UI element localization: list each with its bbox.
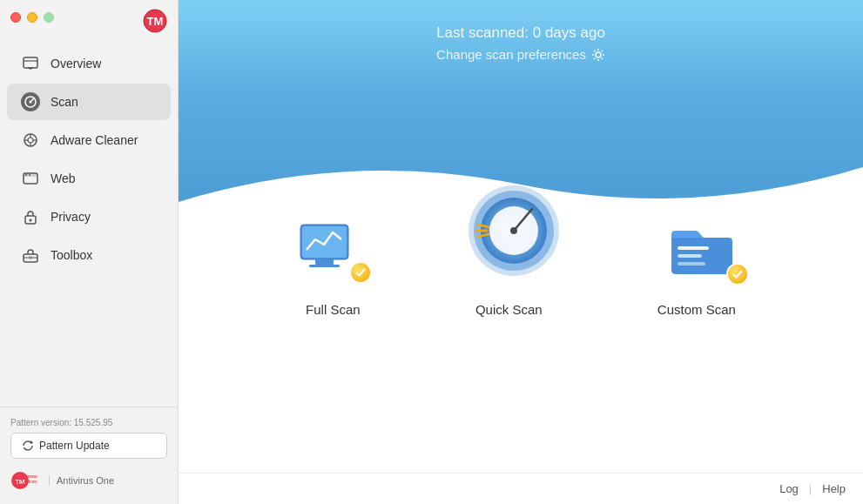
sidebar-item-web[interactable]: Web: [7, 160, 171, 197]
update-btn-label: Pattern Update: [39, 440, 110, 452]
check-icon: [354, 266, 367, 279]
svg-text:MICRO: MICRO: [25, 480, 37, 484]
toolbox-label: Toolbox: [51, 248, 92, 262]
scan-label: Scan: [51, 95, 78, 109]
change-scan-prefs[interactable]: Change scan preferences: [179, 47, 863, 62]
svg-rect-33: [309, 265, 340, 267]
overview-label: Overview: [51, 57, 101, 71]
header-text: Last scanned: 0 days ago Change scan pre…: [179, 24, 863, 62]
main-spacer: [179, 376, 863, 474]
change-prefs-label: Change scan preferences: [436, 47, 586, 62]
scan-icon: [21, 92, 40, 111]
sidebar: TM Overview: [0, 0, 179, 504]
svg-text:TM: TM: [15, 478, 25, 486]
main-content: Last scanned: 0 days ago Change scan pre…: [179, 0, 863, 504]
web-label: Web: [51, 171, 76, 185]
main-header: Last scanned: 0 days ago Change scan pre…: [179, 0, 863, 235]
svg-rect-2: [24, 57, 37, 68]
pattern-version: Pattern version: 15.525.95: [10, 418, 167, 427]
brand-name-label: Antivirus One: [49, 475, 114, 486]
footer-divider: |: [809, 482, 812, 495]
svg-rect-32: [315, 259, 334, 265]
svg-text:TREND: TREND: [25, 474, 37, 479]
minimize-button[interactable]: [27, 12, 37, 23]
full-scan-label: Full Scan: [306, 302, 361, 317]
adware-icon: [21, 131, 40, 150]
brand-footer: TM TREND MICRO Antivirus One: [10, 467, 167, 490]
quick-scan-icon: [466, 183, 570, 287]
check-icon-2: [732, 268, 744, 280]
sidebar-item-scan[interactable]: Scan: [7, 84, 171, 120]
svg-rect-31: [302, 226, 347, 258]
adware-label: Adware Cleaner: [51, 133, 138, 147]
svg-point-18: [29, 174, 30, 176]
svg-rect-45: [678, 262, 705, 265]
main-footer: Log | Help: [179, 473, 863, 504]
sidebar-item-overview[interactable]: Overview: [7, 45, 171, 82]
sidebar-item-adware-cleaner[interactable]: Adware Cleaner: [7, 122, 171, 158]
nav-menu: Overview Scan: [0, 35, 178, 407]
last-scanned-text: Last scanned: 0 days ago: [179, 24, 863, 42]
svg-rect-43: [678, 246, 709, 250]
svg-point-29: [596, 52, 601, 57]
svg-point-17: [25, 174, 27, 176]
sidebar-footer: Pattern version: 15.525.95 Pattern Updat…: [0, 407, 178, 504]
privacy-icon: [21, 207, 40, 226]
quick-scan-option[interactable]: [466, 183, 570, 287]
custom-scan-icon: [667, 222, 745, 287]
svg-rect-44: [678, 254, 702, 258]
trend-micro-logo: TM TREND MICRO: [10, 471, 42, 490]
svg-text:TM: TM: [147, 15, 164, 28]
custom-scan-option[interactable]: [667, 222, 745, 287]
pattern-update-button[interactable]: Pattern Update: [10, 433, 167, 459]
svg-point-39: [510, 227, 517, 234]
full-scan-option[interactable]: [296, 222, 370, 287]
svg-rect-23: [29, 256, 32, 259]
full-scan-badge: [349, 261, 372, 284]
sidebar-item-toolbox[interactable]: Toolbox: [7, 237, 171, 273]
refresh-icon: [22, 440, 34, 452]
full-scan-icon: [296, 222, 370, 287]
web-icon: [21, 169, 40, 188]
svg-point-8: [30, 101, 32, 104]
svg-point-10: [28, 138, 33, 143]
gear-icon: [591, 48, 605, 62]
zoom-button[interactable]: [44, 12, 54, 23]
speedometer-svg: [466, 183, 562, 279]
close-button[interactable]: [10, 12, 21, 23]
svg-point-20: [30, 219, 32, 222]
help-link[interactable]: Help: [822, 482, 846, 495]
custom-scan-label: Custom Scan: [657, 302, 736, 317]
custom-scan-badge: [726, 263, 749, 286]
privacy-label: Privacy: [51, 210, 91, 224]
sidebar-item-privacy[interactable]: Privacy: [7, 198, 171, 235]
quick-scan-label: Quick Scan: [475, 302, 543, 317]
scan-icons-container: [179, 209, 863, 287]
toolbox-icon: [21, 245, 40, 265]
titlebar: TM: [0, 0, 178, 35]
log-link[interactable]: Log: [779, 482, 799, 495]
brand-logo-top: TM: [143, 9, 167, 37]
overview-icon: [21, 54, 40, 73]
